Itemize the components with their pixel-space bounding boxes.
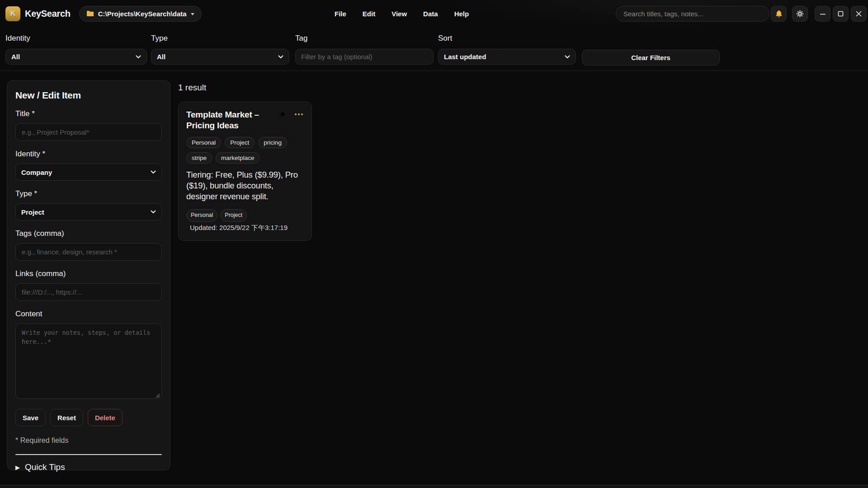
clear-filters-button[interactable]: Clear Filters bbox=[582, 50, 720, 66]
footer-tag-pill: Personal bbox=[186, 209, 217, 222]
app-window: K KeySearch C:\Projects\KeySearch\data F… bbox=[0, 0, 868, 488]
app-title: KeySearch bbox=[25, 9, 71, 19]
brand: K KeySearch C:\Projects\KeySearch\data bbox=[5, 0, 202, 27]
tag-pill[interactable]: marketplace bbox=[216, 152, 260, 164]
menu-edit[interactable]: Edit bbox=[361, 7, 377, 20]
type-filter-label: Type bbox=[151, 34, 289, 43]
links-field-label: Links (comma) bbox=[15, 269, 162, 278]
sort-filter-label: Sort bbox=[438, 34, 576, 43]
type-field-label: Type * bbox=[15, 189, 162, 198]
card-updated-date: Updated: 2025/9/22 bbox=[190, 224, 250, 231]
reset-button[interactable]: Reset bbox=[50, 409, 83, 426]
type-field-select[interactable]: Project bbox=[15, 203, 162, 221]
minimize-button[interactable] bbox=[815, 6, 830, 22]
folder-icon bbox=[86, 10, 94, 17]
required-fields-note: * Required fields bbox=[15, 436, 162, 445]
title-field[interactable] bbox=[15, 123, 162, 141]
menu-view[interactable]: View bbox=[390, 7, 409, 20]
tags-field[interactable] bbox=[15, 243, 162, 261]
identity-field-value: Company bbox=[21, 169, 52, 176]
result-card[interactable]: Template Market – Pricing Ideas Personal… bbox=[178, 102, 312, 241]
delete-button[interactable]: Delete bbox=[88, 409, 123, 426]
tag-pill[interactable]: Project bbox=[225, 137, 255, 148]
sort-filter-select[interactable]: Last updated bbox=[438, 49, 576, 65]
type-filter-select[interactable]: All bbox=[151, 49, 289, 65]
title-field-label: Title * bbox=[15, 109, 162, 118]
app-logo: K bbox=[5, 6, 20, 21]
footer-tag-pill: Project bbox=[220, 209, 247, 222]
content-field[interactable] bbox=[15, 324, 162, 399]
title-bar: K KeySearch C:\Projects\KeySearch\data F… bbox=[0, 0, 868, 27]
tags-field-label: Tags (comma) bbox=[15, 229, 162, 238]
menu-file[interactable]: File bbox=[333, 7, 348, 20]
chevron-down-icon bbox=[565, 55, 570, 59]
card-updated-time: 下午3:17:19 bbox=[251, 224, 288, 231]
editor-panel: New / Edit Item Title * Identity * Compa… bbox=[7, 80, 170, 470]
workspace-path-selector[interactable]: C:\Projects\KeySearch\data bbox=[79, 6, 202, 22]
filter-bar: Identity All Type All Tag Sort bbox=[0, 27, 868, 71]
editor-actions: Save Reset Delete bbox=[15, 409, 162, 426]
filter-type: Type All bbox=[151, 34, 289, 65]
content-field-label: Content bbox=[15, 310, 162, 319]
identity-field-label: Identity * bbox=[15, 150, 162, 159]
tag-pill[interactable]: Personal bbox=[186, 137, 221, 148]
chevron-down-icon bbox=[136, 55, 141, 59]
card-header: Template Market – Pricing Ideas bbox=[186, 109, 304, 131]
save-button[interactable]: Save bbox=[15, 409, 46, 426]
card-title: Template Market – Pricing Ideas bbox=[186, 109, 264, 131]
triangle-right-icon: ▶ bbox=[15, 464, 20, 471]
minimize-icon bbox=[820, 11, 826, 17]
close-button[interactable] bbox=[851, 6, 867, 22]
card-tags: Personal Project pricing stripe marketpl… bbox=[186, 137, 304, 164]
identity-filter-value: All bbox=[11, 53, 20, 61]
favorite-dot-icon[interactable] bbox=[281, 112, 285, 116]
tag-filter-label: Tag bbox=[295, 34, 434, 43]
menu-bar: File Edit View Data Help bbox=[333, 0, 471, 27]
card-body-text: Tiering: Free, Plus ($9.99), Pro ($19), … bbox=[186, 169, 304, 202]
search-area bbox=[616, 6, 769, 22]
identity-field-select[interactable]: Company bbox=[15, 164, 162, 181]
close-icon bbox=[856, 11, 862, 17]
settings-button[interactable] bbox=[792, 6, 808, 22]
app-logo-letter: K bbox=[10, 9, 15, 18]
quick-tips-label: Quick Tips bbox=[25, 462, 65, 472]
quick-tips-toggle[interactable]: ▶ Quick Tips bbox=[15, 462, 162, 472]
type-filter-value: All bbox=[157, 53, 165, 61]
maximize-button[interactable] bbox=[833, 6, 849, 22]
search-input[interactable] bbox=[616, 6, 769, 22]
type-field-value: Project bbox=[21, 208, 44, 216]
filter-identity: Identity All bbox=[5, 34, 147, 65]
workspace-path-label: C:\Projects\KeySearch\data bbox=[98, 10, 187, 18]
tag-pill[interactable]: pricing bbox=[258, 137, 287, 148]
filter-tag: Tag bbox=[295, 34, 434, 65]
notifications-button[interactable] bbox=[771, 6, 787, 22]
maximize-icon bbox=[838, 11, 844, 17]
filter-actions: Clear Filters bbox=[582, 50, 720, 66]
menu-help[interactable]: Help bbox=[453, 7, 471, 20]
card-footer: PersonalProjectUpdated: 2025/9/22 下午3:17… bbox=[186, 209, 304, 234]
identity-filter-select[interactable]: All bbox=[5, 49, 147, 65]
panel-divider bbox=[15, 454, 162, 455]
window-buttons bbox=[771, 6, 867, 22]
results-count: 1 result bbox=[178, 83, 856, 93]
caret-down-icon bbox=[191, 13, 194, 15]
card-menu-button[interactable] bbox=[294, 113, 304, 116]
identity-filter-label: Identity bbox=[5, 34, 147, 43]
card-header-icons bbox=[281, 112, 304, 116]
chevron-down-icon bbox=[151, 210, 156, 214]
status-bar bbox=[0, 485, 868, 488]
tag-pill[interactable]: stripe bbox=[186, 152, 212, 164]
bell-icon bbox=[775, 10, 783, 18]
menu-data[interactable]: Data bbox=[421, 7, 440, 20]
sort-filter-value: Last updated bbox=[444, 53, 486, 61]
editor-heading: New / Edit Item bbox=[15, 90, 162, 101]
results-area: 1 result Template Market – Pricing Ideas… bbox=[178, 83, 856, 241]
filter-sort: Sort Last updated bbox=[438, 34, 576, 65]
gear-icon bbox=[796, 10, 804, 18]
tag-filter-input[interactable] bbox=[295, 49, 434, 65]
chevron-down-icon bbox=[151, 170, 156, 174]
links-field[interactable] bbox=[15, 283, 162, 301]
chevron-down-icon bbox=[278, 55, 283, 59]
